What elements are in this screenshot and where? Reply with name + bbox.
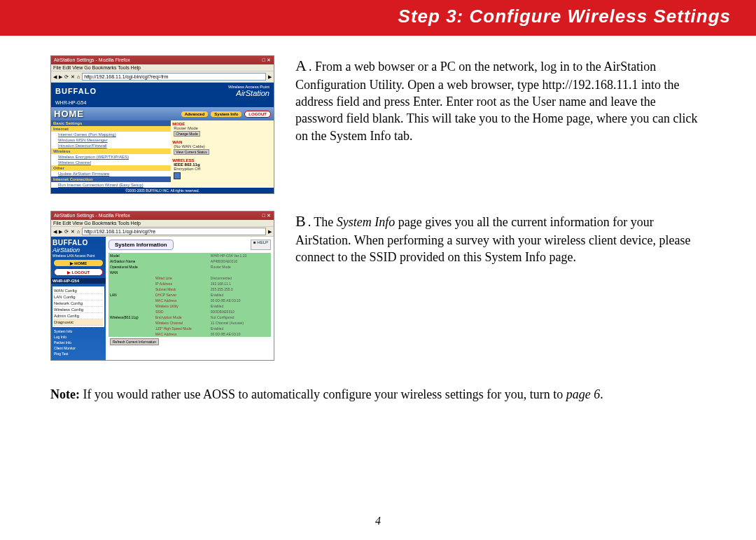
basic-settings-header: Basic Settings xyxy=(51,120,171,126)
link-port-mapping[interactable]: Internet Games (Port Mapping) xyxy=(51,132,171,137)
link-msn[interactable]: Windows MSN Messenger xyxy=(51,137,171,143)
link-firewall[interactable]: Intrusion Detector/Firewall xyxy=(51,143,171,148)
help-button[interactable]: ■ HELP xyxy=(251,240,271,250)
nav-list: WAN Config LAN Config Network Config Wir… xyxy=(52,286,104,327)
back-icon[interactable]: ◀ xyxy=(53,229,57,235)
back-icon[interactable]: ◀ xyxy=(53,74,57,80)
step-b-letter: B xyxy=(295,212,306,230)
subnav-ping[interactable]: Ping Test xyxy=(54,351,103,356)
home-label: HOME xyxy=(54,109,84,119)
step-b-italic: System Info xyxy=(337,215,395,229)
main-panel: System Information ■ HELP ModelWHR-HP-G5… xyxy=(106,237,274,360)
advanced-button[interactable]: Advanced xyxy=(181,111,209,117)
stop-icon[interactable]: ✕ xyxy=(71,74,75,80)
browser-window-a: AirStation Settings - Mozilla Firefox □ … xyxy=(50,55,274,194)
subnav-packet[interactable]: Packet Info xyxy=(54,340,103,345)
window-title-text: AirStation Settings - Mozilla Firefox xyxy=(54,213,130,219)
aoss-icon[interactable] xyxy=(172,171,272,181)
link-wizard[interactable]: Run Internet Connection Wizard (Easy Set… xyxy=(51,182,171,188)
step-a-text: A. From a web bowser or a PC on the netw… xyxy=(295,55,706,144)
forward-icon[interactable]: ▶ xyxy=(59,74,62,80)
stop-icon[interactable]: ✕ xyxy=(71,229,75,235)
toolbar: ◀ ▶ ⟳ ✕ ⌂ http://192.168.11.1/cgi-bin/cg… xyxy=(51,227,274,237)
step-b-pre: . The xyxy=(308,215,337,229)
footnote: Note: If you would rather use AOSS to au… xyxy=(50,386,706,403)
mode-value: Router Mode xyxy=(172,126,272,130)
nav-admin[interactable]: Admin Config xyxy=(54,313,103,319)
home-icon[interactable]: ⌂ xyxy=(77,74,80,79)
home-row: HOME Advanced System Info LOGOUT xyxy=(51,107,274,120)
nav-wireless[interactable]: Wireless Config xyxy=(54,307,103,313)
menubar[interactable]: File Edit View Go Bookmarks Tools Help xyxy=(51,64,274,71)
info-table: ModelWHR-HP-G54 Ver.1.23AirStation NameA… xyxy=(106,253,274,348)
left-panel: Basic Settings Internet Internet Games (… xyxy=(51,120,171,188)
url-bar[interactable]: http://192.168.11.1/cgi-bin/cgi?re xyxy=(82,228,266,235)
window-controls-icon: □ ✕ xyxy=(262,57,271,63)
go-icon[interactable]: ▶ xyxy=(268,229,272,235)
step-b-text: B. The System Info page gives you all th… xyxy=(295,211,706,265)
menubar[interactable]: File Edit View Go Bookmarks Tools Help xyxy=(51,220,274,227)
subnav-list: System Info Log Info Packet Info Client … xyxy=(52,327,104,358)
link-encryption[interactable]: Wireless Encryption (WEP/TKIP/AES) xyxy=(51,154,171,160)
footer-copyright: ©2000-2005 BUFFALO INC. All rights reser… xyxy=(51,188,274,193)
change-mode-button[interactable]: Change Mode xyxy=(174,131,200,137)
home-icon[interactable]: ⌂ xyxy=(77,229,80,234)
note-page-ref: page 6 xyxy=(566,387,601,401)
internet-conn-header: Internet Connection xyxy=(51,176,171,182)
brand-logo: BUFFALO xyxy=(55,87,97,95)
model-row: WHR-HP-G54 xyxy=(51,99,274,107)
model-label: WHR-HP-G54 xyxy=(51,278,106,284)
reload-icon[interactable]: ⟳ xyxy=(64,229,69,235)
panel-header: System Information ■ HELP xyxy=(106,237,274,253)
other-header: Other xyxy=(51,165,171,171)
logout-button[interactable]: LOGOUT xyxy=(244,111,271,118)
brand-logo: BUFFALO xyxy=(52,239,104,247)
right-panel: MODE Router Mode Change Mode WAN (No WAN… xyxy=(171,120,274,188)
step-a-letter: A xyxy=(295,57,307,74)
window-titlebar: AirStation Settings - Mozilla Firefox □ … xyxy=(51,212,274,220)
note-text: If you would rather use AOSS to automati… xyxy=(80,387,566,401)
step-b-row: AirStation Settings - Mozilla Firefox □ … xyxy=(50,211,706,361)
wan-value: (No WAN Cable) xyxy=(172,144,272,148)
note-end: . xyxy=(600,387,603,401)
go-icon[interactable]: ▶ xyxy=(268,74,272,80)
window-title-text: AirStation Settings - Mozilla Firefox xyxy=(54,57,130,63)
browser-window-b: AirStation Settings - Mozilla Firefox □ … xyxy=(50,211,274,361)
internet-header: Internet xyxy=(51,126,171,132)
step-title: Step 3: Configure Wireless Settings xyxy=(398,6,731,27)
wireless-header: Wireless xyxy=(51,148,171,154)
view-status-button[interactable]: View Current Status xyxy=(174,149,209,155)
page-number: 4 xyxy=(0,515,756,527)
product-name: AirStation xyxy=(236,89,270,97)
step-a-row: AirStation Settings - Mozilla Firefox □ … xyxy=(50,55,706,194)
reload-icon[interactable]: ⟳ xyxy=(64,74,69,80)
page-body: BUFFALO AirStation Wireless LAN Access P… xyxy=(51,237,274,360)
refresh-button[interactable]: Refresh Current Information xyxy=(110,338,159,345)
window-controls-icon: □ ✕ xyxy=(262,213,271,219)
nav-wan[interactable]: WAN Config xyxy=(54,288,103,294)
system-info-button[interactable]: System Info xyxy=(211,111,241,117)
page-content: AirStation Settings - Mozilla Firefox □ … xyxy=(0,36,756,403)
screenshot-b: AirStation Settings - Mozilla Firefox □ … xyxy=(50,211,274,361)
step-a-body: . From a web bowser or a PC on the netwo… xyxy=(295,60,698,143)
window-titlebar: AirStation Settings - Mozilla Firefox □ … xyxy=(51,56,274,64)
link-channel[interactable]: Wireless Channel xyxy=(51,160,171,165)
subnav-log[interactable]: Log Info xyxy=(54,334,103,340)
banner: BUFFALO Wireless Access Point AirStation xyxy=(51,83,274,99)
logout-button[interactable]: ▶ LOGOUT xyxy=(54,268,103,276)
product-name: AirStation xyxy=(52,247,104,254)
url-bar[interactable]: http://192.168.11.1/cgi-bin/cgi?req=frm xyxy=(82,73,266,81)
nav-lan[interactable]: LAN Config xyxy=(54,294,103,300)
product-sub: Wireless LAN Access Point xyxy=(52,254,104,258)
section-title: System Information xyxy=(108,240,174,250)
screenshot-a: AirStation Settings - Mozilla Firefox □ … xyxy=(50,55,274,194)
subnav-client[interactable]: Client Monitor xyxy=(54,345,103,351)
nav-network[interactable]: Network Config xyxy=(54,300,103,307)
toolbar: ◀ ▶ ⟳ ✕ ⌂ http://192.168.11.1/cgi-bin/cg… xyxy=(51,71,274,83)
forward-icon[interactable]: ▶ xyxy=(59,229,62,235)
note-label: Note: xyxy=(50,387,80,401)
nav-diagnostic[interactable]: Diagnostic xyxy=(54,319,103,326)
home-button[interactable]: ▶ HOME xyxy=(54,260,103,266)
link-firmware[interactable]: Update AirStation Firmware xyxy=(51,171,171,176)
subnav-system-info[interactable]: System Info xyxy=(54,328,103,334)
